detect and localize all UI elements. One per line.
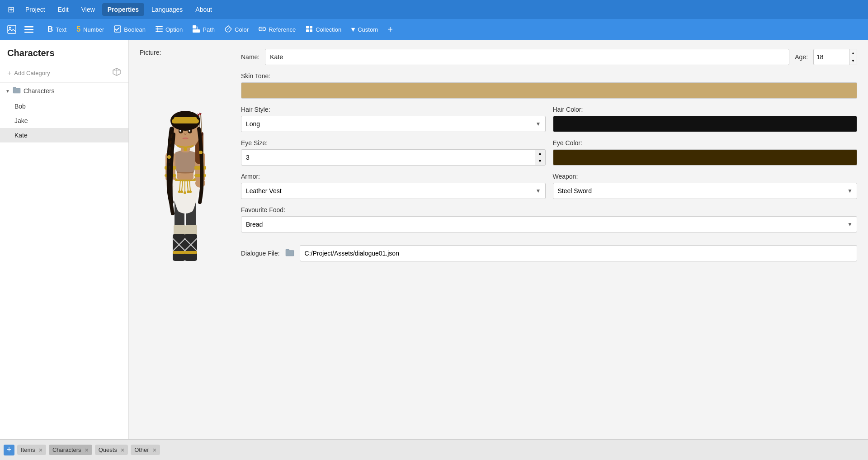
type-btn-option[interactable]: Option xyxy=(151,23,187,37)
toolbar-divider xyxy=(40,23,40,36)
add-category-button[interactable]: + Add Category xyxy=(7,69,50,77)
menu-edit[interactable]: Edit xyxy=(52,3,74,16)
armor-group: Armor: Leather Vest Chain Mail Plate Arm… xyxy=(241,173,546,199)
menu-properties[interactable]: Properties xyxy=(102,3,144,16)
tab-add-button[interactable]: + xyxy=(4,445,14,455)
hair-color-bar[interactable] xyxy=(553,116,858,132)
sidebar-item-bob[interactable]: Bob xyxy=(0,99,128,114)
cube-icon[interactable] xyxy=(112,67,121,79)
skin-tone-label: Skin Tone: xyxy=(241,72,857,80)
add-type-button[interactable]: + xyxy=(383,23,397,36)
menu-bar: ⊞ Project Edit View Properties Languages… xyxy=(0,0,868,19)
age-input[interactable] xyxy=(813,49,849,65)
sidebar-title: Characters xyxy=(0,40,128,64)
food-select[interactable]: Bread Meat Fruit Vegetables xyxy=(241,216,857,232)
svg-rect-18 xyxy=(306,29,309,32)
skin-tone-color-bar[interactable] xyxy=(241,82,857,99)
tab-items-close[interactable]: × xyxy=(39,447,42,453)
age-label: Age: xyxy=(795,53,808,61)
type-btn-collection[interactable]: Collection xyxy=(301,23,346,37)
category-label: Characters xyxy=(24,87,54,95)
tab-other-close[interactable]: × xyxy=(153,447,156,453)
svg-rect-4 xyxy=(24,32,33,33)
hair-style-select[interactable]: Long Short Medium Curly xyxy=(241,116,546,132)
menu-about[interactable]: About xyxy=(190,3,217,16)
type-btn-path[interactable]: Path xyxy=(188,23,219,37)
type-btn-color[interactable]: Color xyxy=(220,23,253,37)
svg-point-43 xyxy=(180,190,183,193)
type-btn-text[interactable]: B Text xyxy=(43,22,71,37)
eye-size-increment[interactable]: ▲ xyxy=(535,150,545,157)
dialogue-row: Dialogue File: xyxy=(241,245,857,261)
sidebar-item-kate[interactable]: Kate xyxy=(0,128,128,142)
svg-rect-7 xyxy=(156,28,163,29)
weapon-group: Weapon: Steel Sword Bow Dagger Staff ▼ xyxy=(553,173,858,199)
tab-items[interactable]: Items × xyxy=(17,445,46,455)
type-label-collection: Collection xyxy=(316,26,341,33)
dialogue-folder-icon[interactable] xyxy=(285,248,294,258)
sidebar-category-characters[interactable]: ▼ Characters xyxy=(0,83,128,99)
tab-characters-label: Characters xyxy=(52,446,81,453)
folder-icon xyxy=(13,86,21,95)
tab-other-label: Other xyxy=(134,446,149,453)
eye-size-wrapper: ▲ ▼ xyxy=(241,149,546,166)
svg-rect-17 xyxy=(310,26,312,28)
dialogue-path-input[interactable] xyxy=(300,245,857,261)
type-btn-custom[interactable]: ▾ Custom xyxy=(347,23,382,36)
svg-rect-27 xyxy=(184,234,197,261)
svg-rect-9 xyxy=(157,26,158,28)
svg-rect-16 xyxy=(306,26,309,28)
armor-select[interactable]: Leather Vest Chain Mail Plate Armor None xyxy=(241,183,546,199)
age-decrement[interactable]: ▼ xyxy=(849,57,857,65)
food-group: Favourite Food: Bread Meat Fruit Vegetab… xyxy=(241,206,857,232)
svg-rect-11 xyxy=(157,30,158,32)
weapon-select[interactable]: Steel Sword Bow Dagger Staff xyxy=(553,183,858,199)
category-arrow: ▼ xyxy=(5,89,10,94)
svg-rect-72 xyxy=(174,117,197,121)
age-spinner: ▲ ▼ xyxy=(849,49,857,65)
menu-languages[interactable]: Languages xyxy=(146,3,188,16)
menu-view[interactable]: View xyxy=(76,3,100,16)
name-input[interactable] xyxy=(265,49,789,65)
tab-bar: + Items × Characters × Quests × Other × xyxy=(0,439,868,460)
option-type-icon xyxy=(156,25,163,34)
eye-color-group: Eye Color: xyxy=(553,139,858,166)
svg-rect-29 xyxy=(184,251,197,254)
eye-size-label: Eye Size: xyxy=(241,139,546,147)
tab-items-label: Items xyxy=(21,446,35,453)
boolean-type-icon xyxy=(114,25,121,34)
type-label-color: Color xyxy=(235,26,249,33)
menu-project[interactable]: Project xyxy=(20,3,51,16)
svg-point-1 xyxy=(9,27,11,28)
tab-other[interactable]: Other × xyxy=(131,445,160,455)
main-area: Characters + Add Category ▼ Characters B… xyxy=(0,40,868,439)
tab-characters-close[interactable]: × xyxy=(85,447,89,453)
collection-type-icon xyxy=(306,25,313,34)
grid-icon[interactable]: ⊞ xyxy=(4,2,18,17)
type-btn-number[interactable]: 5 Number xyxy=(72,23,108,36)
weapon-select-wrapper: Steel Sword Bow Dagger Staff ▼ xyxy=(553,183,858,199)
type-label-option: Option xyxy=(165,26,183,33)
svg-point-46 xyxy=(189,190,192,193)
tab-quests-close[interactable]: × xyxy=(121,447,124,453)
eye-size-decrement[interactable]: ▼ xyxy=(535,157,545,165)
type-toolbar: B Text 5 Number Boolean Option Path Colo… xyxy=(0,19,868,40)
eye-color-bar[interactable] xyxy=(553,149,858,166)
age-increment[interactable]: ▲ xyxy=(849,49,857,57)
tab-quests-label: Quests xyxy=(99,446,117,453)
eye-size-input[interactable] xyxy=(241,149,535,166)
type-label-reference: Reference xyxy=(269,26,296,33)
hair-style-group: Hair Style: Long Short Medium Curly ▼ xyxy=(241,106,546,132)
toolbar-image-icon[interactable] xyxy=(4,21,20,38)
type-btn-boolean[interactable]: Boolean xyxy=(109,23,150,37)
toolbar-menu-icon[interactable] xyxy=(21,21,37,38)
type-btn-reference[interactable]: Reference xyxy=(254,23,300,37)
path-type-icon xyxy=(193,25,200,34)
hair-color-group: Hair Color: xyxy=(553,106,858,132)
armor-select-wrapper: Leather Vest Chain Mail Plate Armor None… xyxy=(241,183,546,199)
tab-quests[interactable]: Quests × xyxy=(95,445,128,455)
tab-characters[interactable]: Characters × xyxy=(49,445,92,455)
type-label-path: Path xyxy=(203,26,215,33)
svg-rect-26 xyxy=(173,234,185,261)
sidebar-item-jake[interactable]: Jake xyxy=(0,114,128,128)
